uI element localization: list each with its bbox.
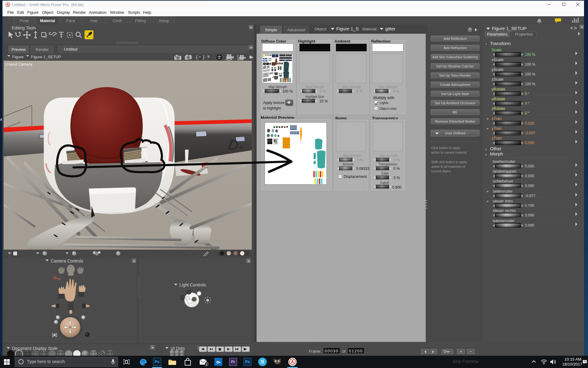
svg-text:LHand Camera: LHand Camera xyxy=(5,62,32,67)
svg-text:1: 1 xyxy=(206,363,207,366)
svg-text:D-: D- xyxy=(227,136,245,155)
